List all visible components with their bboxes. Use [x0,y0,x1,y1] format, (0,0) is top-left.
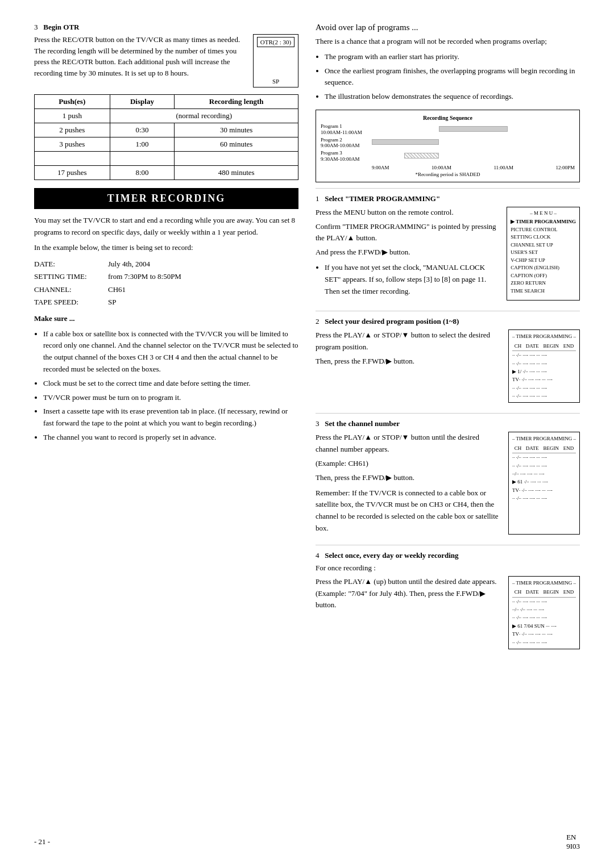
otr-body-text: Press the REC/OTR button on the TV/VCR a… [34,34,247,87]
step1-content: Press the MENU button on the remote cont… [316,207,580,301]
step2-header: 2 Select your desired program position (… [316,317,580,326]
step4-for-once: For once recording : [316,564,580,573]
step4-body1: Press the PLAY/▲ (up) button until the d… [316,576,503,611]
step4-box: 4 Select once, every day or weekly recor… [316,545,580,655]
page-number: - 21 - [34,837,50,846]
step2-title: Select your desired program position (1~… [325,317,459,326]
tp-row: ··/·· ·/·· ···- ··· ···- [512,606,576,614]
avoid-overlap-title: Avoid over lap of programs ... [316,23,580,32]
step3-timer-box: – TIMER PROGRAMMING – CHDATEBEGINEND ·· … [508,432,580,534]
tp-row: ·· ·/·· ···- ···- ··· ···- [512,462,576,470]
menu-item-caption-off: CAPTION (OFF) [511,272,576,280]
table-row: 1 push (normal recording) [35,109,298,123]
step1-body1: Press the MENU button on the remote cont… [316,207,501,219]
tp-row: ·· ·/·· ···- ···- ··· ···- [512,639,576,646]
step3-num: 3 [316,419,320,428]
tp-row: ·· ·/·· ···- ···- ··· ···- [512,360,576,368]
rec-bar-3 [404,153,439,158]
tp-row: ·· ·/·· ···- ···- ··· ···- [512,351,576,359]
tp-row: ·· ·/·· ···- ···- ··· ···- [512,614,576,621]
menu-item-users: USER'S SET [511,249,576,257]
step1-title: Select "TIMER PROGRAMMING" [325,194,440,203]
table-row [35,152,298,166]
otr-display-value: OTR(2 : 30) [257,37,294,47]
list-item: The program with an earlier start has pr… [325,51,580,63]
list-item: The channel you want to record is proper… [43,432,298,444]
make-sure-list: If a cable box or satellite box is conne… [43,328,298,444]
menu-item-picture: PICTURE CONTROL [511,226,576,234]
menu-item-caption-eng: CAPTION (ENGLISH) [511,264,576,272]
list-item: Once the earliest program finishes, the … [325,65,580,89]
avoid-overlap-body: There is a chance that a program will no… [316,36,580,48]
time-axis: 9:00AM 10:00AM 11:00AM 12:00PM [321,165,575,170]
otr-sp-label: SP [257,78,294,85]
table-header-recording-length: Recording length [175,95,298,109]
step1-body3: And press the F.FWD/▶ button. [316,247,501,258]
step3-body2: (Example: CH61) [316,458,503,470]
otr-content: Press the REC/OTR button on the TV/VCR a… [34,34,298,87]
tp-row: TV· ·/·· ···- ···- ··· ···- [512,375,576,383]
rec-seq-row-1: Program 110:00AM-11:00AM [321,123,575,136]
page-lang: EN 9I03 [566,833,580,851]
step3-body3: Then, press the F.FWD/▶ button. [316,472,503,484]
table-row: 17 pushes 8:00 480 minutes [35,166,298,180]
step2-content: Press the PLAY/▲ or STOP/▼ button to sel… [316,329,580,403]
timer-details: DATE:July 4th, 2004 SETTING TIME:from 7:… [34,258,298,308]
list-item: The illustration below demonstrates the … [325,91,580,103]
menu-item-vchip: V-CHIP SET UP [511,257,576,265]
step2-body1: Press the PLAY/▲ or STOP/▼ button to sel… [316,329,503,353]
step4-title: Select once, every day or weekly recordi… [325,551,458,560]
tp-row: TV· ·/·· ···- ···- ··· ···- [512,630,576,638]
recording-sequence-title: Recording Sequence [321,115,575,121]
table-header-pushes: Push(es) [35,95,110,109]
tp-row: ·· ·/·· ···- ···- ··· ···- [512,494,576,502]
rec-seq-row-2: Program 29:00AM-10:00AM [321,137,575,149]
section-begin-otr: 3 Begin OTR Press the REC/OTR button on … [34,23,298,87]
tp-row: ·· ·/·· ···- ···- ··· ···- [512,453,576,461]
tp-row: ▶ 61 ·/·· ···- ··· ···- [512,478,576,486]
avoid-overlap-list: The program with an earlier start has pr… [325,51,580,103]
list-item: Insert a cassette tape with its erase pr… [43,406,298,429]
menu-item-time-search: TIME SEARCH [511,287,576,295]
menu-title: – M E N U – [511,210,576,218]
tp-row: ▶ 61 7/04 SUN ··· ···- [512,622,576,630]
list-item: If a cable box or satellite box is conne… [43,328,298,375]
step4-num: 4 [316,551,320,560]
step2-body2: Then, press the F.FWD/▶ button. [316,356,503,368]
timer-recording-intro: You may set the TV/VCR to start and end … [34,215,298,444]
menu-item-channel: CHANNEL SET UP [511,241,576,249]
menu-item-clock: SETTING CLOCK [511,233,576,241]
menu-item-zero-return: ZERO RETURN [511,279,576,287]
tp-row: TV· ·/·· ···- ···- ··· ···- [512,486,576,494]
step3-body4: Remember: If the TV/VCR is connected to … [316,487,503,535]
tp-row: ··/·· ···- ···- ··· ···- [512,470,576,478]
table-row: 2 pushes 0:30 30 minutes [35,123,298,137]
step1-box: 1 Select "TIMER PROGRAMMING" Press the M… [316,188,580,307]
list-item: Clock must be set to the correct time an… [43,378,298,390]
page-footer: - 21 - EN 9I03 [0,833,614,851]
tp-row: ▶ 1/ ·/·· ···- ··· ···- [512,368,576,375]
tp-row: ·· ·/·· ···- ···- ··· ···- [512,392,576,400]
section-title: Begin OTR [43,23,79,31]
step4-timer-box: – TIMER PROGRAMMING – CHDATEBEGINEND ·· … [508,576,580,649]
step1-menu-box: – M E N U – ▶ TIMER PROGRAMMING PICTURE … [507,207,580,301]
step2-timer-box: – TIMER PROGRAMMING – CHDATEBEGINEND ·· … [508,329,580,403]
step3-box: 3 Set the channel number Press the PLAY/… [316,413,580,540]
push-table: Push(es) Display Recording length 1 push… [34,94,298,180]
step3-content: Press the PLAY/▲ or STOP/▼ button until … [316,432,580,534]
step4-header: 4 Select once, every day or weekly recor… [316,551,580,560]
list-item: TV/VCR power must be turn on to program … [43,392,298,404]
step1-bullet-list: If you have not yet set the clock, "MANU… [325,262,501,297]
make-sure-label: Make sure ... [34,313,298,325]
recording-sequence-box: Recording Sequence Program 110:00AM-11:0… [316,110,580,182]
rec-seq-row-3: Program 39:30AM-10:00AM [321,150,575,162]
step2-num: 2 [316,317,320,326]
list-item: If you have not yet set the clock, "MANU… [325,262,501,297]
rec-bar-2 [372,139,439,145]
table-header-display: Display [110,95,175,109]
step1-header: 1 Select "TIMER PROGRAMMING" [316,194,580,203]
timer-recording-header: TIMER RECORDING [34,188,298,209]
rec-note: *Recording period is SHADED [321,172,575,177]
step1-body2: Confirm "TIMER PROGRAMMING" is pointed b… [316,221,501,245]
step1-num: 1 [316,194,320,203]
